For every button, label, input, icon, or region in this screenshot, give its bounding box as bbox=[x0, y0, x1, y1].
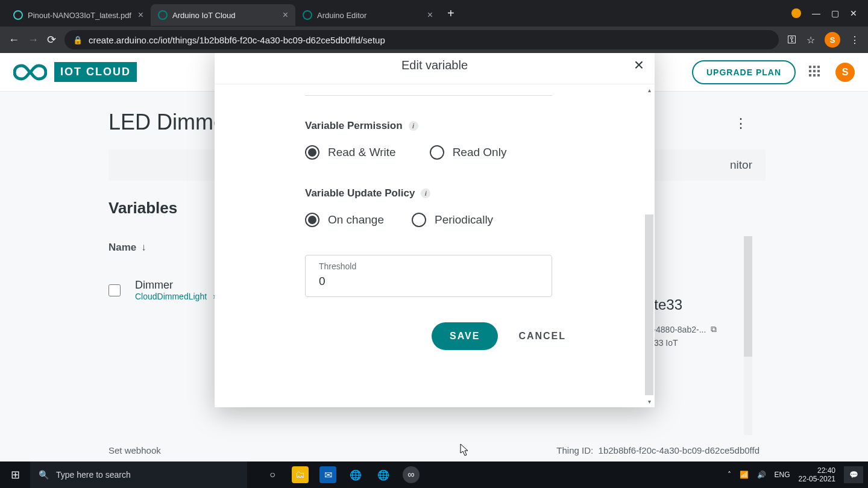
policy-section-label: Variable Update Policy i bbox=[305, 187, 564, 199]
maximize-icon[interactable]: ▢ bbox=[831, 8, 839, 18]
language-indicator[interactable]: ENG bbox=[775, 471, 790, 479]
browser-tab[interactable]: Pinout-NANO33IoT_latest.pdf × bbox=[6, 4, 151, 26]
key-icon[interactable]: ⚿ bbox=[787, 34, 797, 45]
permission-read-only[interactable]: Read Only bbox=[430, 145, 507, 160]
close-window-icon[interactable]: ✕ bbox=[850, 8, 857, 18]
close-icon[interactable]: × bbox=[427, 10, 433, 20]
radio-icon bbox=[430, 145, 444, 160]
modal-scrollbar[interactable]: ▴ ▾ bbox=[645, 87, 653, 405]
reload-icon[interactable]: ⟳ bbox=[47, 33, 56, 46]
threshold-input[interactable]: Threshold 0 bbox=[305, 255, 552, 297]
browser-tab[interactable]: Arduino Editor × bbox=[295, 4, 440, 26]
chevron-up-icon[interactable]: ˄ bbox=[728, 471, 731, 479]
logo-text: IOT CLOUD bbox=[54, 62, 137, 82]
panel-scrollbar[interactable] bbox=[744, 236, 752, 435]
mail-icon[interactable]: ✉ bbox=[319, 466, 336, 483]
search-icon: 🔍 bbox=[39, 470, 49, 480]
close-icon[interactable]: × bbox=[634, 55, 644, 75]
wifi-icon[interactable]: 📶 bbox=[740, 471, 749, 479]
radio-icon bbox=[305, 213, 319, 227]
apps-grid-icon[interactable] bbox=[809, 66, 822, 79]
forward-icon[interactable]: → bbox=[28, 34, 39, 46]
upgrade-plan-button[interactable]: UPGRADE PLAN bbox=[692, 60, 796, 84]
threshold-value: 0 bbox=[319, 275, 538, 288]
permission-radio-group: Read & Write Read Only bbox=[305, 145, 564, 160]
radio-icon bbox=[412, 213, 426, 227]
user-avatar[interactable]: S bbox=[835, 63, 855, 82]
cancel-button[interactable]: CANCEL bbox=[518, 331, 566, 342]
tab-title: Arduino IoT Cloud bbox=[172, 11, 277, 20]
row-checkbox[interactable] bbox=[108, 284, 121, 296]
info-icon[interactable]: i bbox=[409, 121, 418, 131]
modal-body: Variable Permission i Read & Write Read … bbox=[215, 84, 655, 407]
taskbar-pinned: ○ 🗂 ✉ 🌐 🌐 ∞ bbox=[264, 466, 420, 483]
arduino-logo-icon bbox=[13, 62, 47, 83]
start-button[interactable]: ⊞ bbox=[0, 468, 30, 481]
thing-id: Thing ID: 1b2b8bf6-f20c-4a30-bc09-d62ce5… bbox=[556, 445, 760, 455]
favicon-icon bbox=[158, 10, 168, 20]
divider bbox=[305, 95, 552, 96]
account-indicator-icon[interactable] bbox=[791, 8, 801, 18]
variable-name: Dimmer bbox=[135, 279, 217, 292]
close-icon[interactable]: × bbox=[283, 10, 288, 20]
cortana-icon[interactable]: ○ bbox=[264, 466, 281, 483]
address-bar: ← → ⟳ 🔒 create.arduino.cc/iot/things/1b2… bbox=[0, 27, 868, 53]
modal-title: Edit variable bbox=[401, 58, 468, 72]
taskbar-clock[interactable]: 22:40 22-05-2021 bbox=[799, 466, 835, 484]
new-tab-button[interactable]: + bbox=[440, 7, 462, 20]
chrome-icon[interactable]: 🌐 bbox=[375, 466, 392, 483]
column-name-label: Name bbox=[108, 242, 136, 254]
file-explorer-icon[interactable]: 🗂 bbox=[292, 466, 309, 483]
chrome-icon[interactable]: 🌐 bbox=[347, 466, 364, 483]
save-button[interactable]: SAVE bbox=[432, 322, 498, 350]
permission-section-label: Variable Permission i bbox=[305, 120, 564, 132]
policy-on-change[interactable]: On change bbox=[305, 213, 384, 227]
threshold-label: Threshold bbox=[319, 261, 538, 271]
window-controls: — ▢ ✕ bbox=[791, 8, 862, 18]
app-viewport: IOT CLOUD Things Dashboards Devices Inte… bbox=[0, 53, 868, 461]
variable-type: CloudDimmedLight › bbox=[135, 292, 217, 301]
windows-taskbar: ⊞ 🔍 Type here to search ○ 🗂 ✉ 🌐 🌐 ∞ ˄ 📶 … bbox=[0, 461, 868, 488]
logo[interactable]: IOT CLOUD bbox=[13, 62, 137, 83]
device-panel: vate33 0d1-4880-8ab2-... ⧉ NO 33 IoT bbox=[639, 296, 760, 348]
copy-icon[interactable]: ⧉ bbox=[711, 324, 717, 334]
edit-variable-modal: Edit variable × Variable Permission i Re… bbox=[215, 53, 655, 407]
taskbar-search[interactable]: 🔍 Type here to search bbox=[30, 461, 247, 488]
notifications-icon[interactable]: 💬 bbox=[844, 466, 863, 483]
favicon-icon bbox=[303, 10, 312, 20]
back-icon[interactable]: ← bbox=[8, 34, 19, 46]
search-placeholder: Type here to search bbox=[56, 470, 131, 480]
arduino-app-icon[interactable]: ∞ bbox=[403, 466, 420, 483]
modal-actions: SAVE CANCEL bbox=[432, 322, 564, 350]
permission-read-write[interactable]: Read & Write bbox=[305, 145, 396, 160]
url-input[interactable]: 🔒 create.arduino.cc/iot/things/1b2b8bf6-… bbox=[64, 30, 779, 49]
lock-icon: 🔒 bbox=[73, 36, 83, 45]
close-icon[interactable]: × bbox=[138, 10, 143, 20]
device-id: 0d1-4880-8ab2-... ⧉ bbox=[639, 324, 760, 334]
more-options-icon[interactable]: ⋮ bbox=[734, 116, 747, 131]
modal-header: Edit variable × bbox=[215, 53, 655, 84]
tab-title: Arduino Editor bbox=[317, 11, 421, 20]
browser-tab-strip: Pinout-NANO33IoT_latest.pdf × Arduino Io… bbox=[0, 0, 868, 27]
device-type: NO 33 IoT bbox=[639, 338, 760, 348]
star-icon[interactable]: ☆ bbox=[807, 34, 815, 46]
scroll-up-icon[interactable]: ▴ bbox=[645, 87, 653, 93]
url-text: create.arduino.cc/iot/things/1b2b8bf6-f2… bbox=[89, 35, 385, 45]
set-webhook-link[interactable]: Set webhook bbox=[108, 445, 161, 455]
policy-periodically[interactable]: Periodically bbox=[412, 213, 493, 227]
device-name: vate33 bbox=[639, 296, 760, 313]
tab-title: Pinout-NANO33IoT_latest.pdf bbox=[28, 11, 132, 20]
volume-icon[interactable]: 🔊 bbox=[757, 471, 766, 479]
favicon-icon bbox=[13, 10, 23, 20]
sort-down-icon: ↓ bbox=[141, 242, 146, 254]
minimize-icon[interactable]: — bbox=[812, 8, 820, 18]
browser-tab[interactable]: Arduino IoT Cloud × bbox=[151, 4, 295, 26]
info-icon[interactable]: i bbox=[421, 189, 430, 198]
radio-icon bbox=[305, 145, 319, 160]
scroll-down-icon[interactable]: ▾ bbox=[645, 398, 653, 405]
profile-avatar[interactable]: S bbox=[825, 32, 840, 48]
system-tray: ˄ 📶 🔊 ENG 22:40 22-05-2021 💬 bbox=[728, 466, 868, 484]
policy-radio-group: On change Periodically bbox=[305, 213, 564, 227]
menu-icon[interactable]: ⋮ bbox=[850, 34, 860, 46]
page-footer: Set webhook Thing ID: 1b2b8bf6-f20c-4a30… bbox=[108, 445, 760, 455]
